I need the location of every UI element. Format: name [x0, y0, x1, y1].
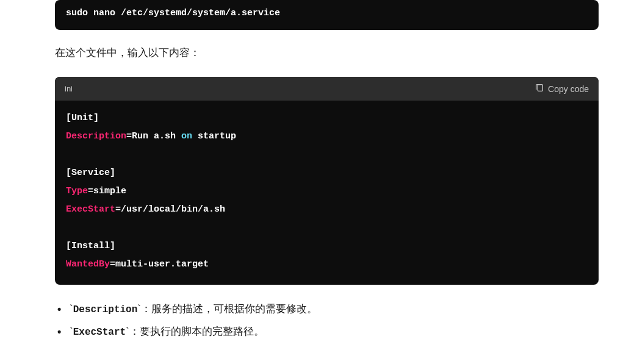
ini-key-type: Type: [66, 186, 88, 196]
ini-val-execstart: /usr/local/bin/a.sh: [121, 204, 225, 215]
list-item: `Description`：服务的描述，可根据你的需要修改。: [55, 299, 599, 319]
command-text: sudo nano /etc/systemd/system/a.service: [66, 8, 280, 18]
ini-key-description: Description: [66, 131, 126, 141]
ini-section-unit: [Unit]: [66, 113, 99, 123]
code-content: sudo nano /etc/systemd/system/a.service: [55, 0, 599, 30]
ini-val-desc-pre: Run a.sh: [132, 131, 181, 141]
ini-eq: =: [88, 186, 93, 196]
description-list: `Description`：服务的描述，可根据你的需要修改。 `ExecStar…: [55, 299, 599, 341]
code-block-command: sudo nano /etc/systemd/system/a.service: [55, 0, 599, 30]
copy-code-button[interactable]: Copy code: [535, 83, 589, 95]
ini-eq: =: [115, 204, 121, 215]
ini-section-service: [Service]: [66, 168, 115, 178]
ini-val-desc-post: startup: [192, 131, 236, 141]
code-content-ini: [Unit] Description=Run a.sh on startup […: [55, 101, 599, 285]
clipboard-icon: [535, 83, 544, 95]
ini-key-execstart: ExecStart: [66, 204, 115, 215]
list-item-text: ：服务的描述，可根据你的需要修改。: [141, 303, 317, 315]
svg-rect-0: [538, 85, 542, 91]
ini-eq: =: [126, 131, 132, 141]
inline-code-execstart: ExecStart: [73, 327, 126, 338]
code-block-header: ini Copy code: [55, 77, 599, 101]
ini-eq: =: [110, 259, 115, 269]
code-language-label: ini: [65, 84, 73, 93]
ini-val-wantedby: multi-user.target: [115, 259, 209, 269]
ini-val-desc-on: on: [181, 131, 192, 141]
ini-key-wantedby: WantedBy: [66, 259, 110, 269]
inline-code-description: Description: [73, 304, 138, 315]
list-item: `ExecStart`：要执行的脚本的完整路径。: [55, 322, 599, 342]
code-block-ini: ini Copy code [Unit] Description=Run a.s…: [55, 77, 599, 285]
ini-section-install: [Install]: [66, 241, 115, 251]
list-item-text: ：要执行的脚本的完整路径。: [129, 326, 264, 337]
ini-val-type: simple: [93, 186, 126, 196]
instruction-paragraph: 在这个文件中，输入以下内容：: [55, 45, 599, 61]
copy-code-label: Copy code: [548, 84, 589, 94]
